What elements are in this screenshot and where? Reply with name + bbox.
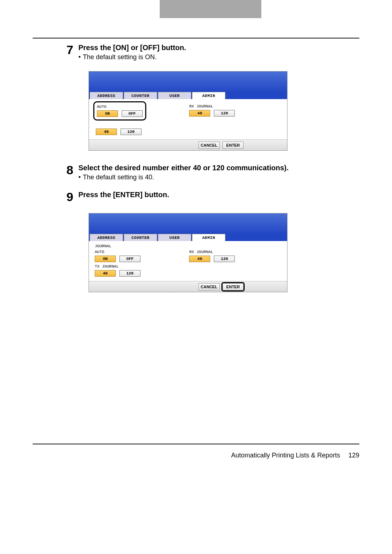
screenshot-1: ADDRESS COUNTER USER ADMIN AUTO ON OFF — [89, 71, 287, 151]
cancel-button[interactable]: CANCEL — [199, 142, 220, 149]
screen-tabs: ADDRESS COUNTER USER ADMIN — [89, 234, 287, 241]
page-tab-marker — [160, 0, 261, 18]
screen-footer: CANCEL ENTER — [89, 139, 287, 150]
step-note-text: The default setting is ON. — [83, 53, 156, 61]
tx-120-button[interactable]: 120 — [119, 270, 140, 277]
label-tx-journal: TX JOURNAL — [95, 264, 184, 269]
tab-address[interactable]: ADDRESS — [90, 234, 123, 241]
tab-user[interactable]: USER — [158, 234, 191, 241]
screenshot-2: ADDRESS COUNTER USER ADMIN JOURNAL AUTO … — [89, 213, 287, 292]
on-button[interactable]: ON — [95, 256, 116, 262]
tab-counter[interactable]: COUNTER — [124, 234, 157, 241]
label-auto: AUTO — [97, 105, 143, 109]
rx-120-button[interactable]: 120 — [214, 256, 235, 262]
step-number: 8 — [62, 164, 73, 176]
tab-admin[interactable]: ADMIN — [192, 234, 225, 241]
step-note-text: The default setting is 40. — [83, 174, 154, 181]
footer-page-number: 129 — [348, 452, 359, 459]
tab-counter[interactable]: COUNTER — [124, 92, 157, 99]
label-rx-journal: RX JOURNAL — [189, 250, 235, 254]
footer-title: Automatically Printing Lists & Reports — [231, 452, 340, 459]
step-9: 9 Press the [ENTER] button. — [62, 191, 359, 203]
tx-120-button[interactable]: 120 — [121, 129, 142, 135]
tx-40-button[interactable]: 40 — [95, 270, 116, 277]
step-7: 7 Press the [ON] or [OFF] button. •The d… — [62, 44, 359, 61]
screen-footer: CANCEL ENTER — [89, 281, 287, 292]
step-title: Select the desired number either 40 or 1… — [78, 164, 359, 172]
off-button[interactable]: OFF — [119, 256, 140, 262]
enter-button[interactable]: ENTER — [222, 142, 244, 149]
step-note: •The default setting is 40. — [78, 174, 359, 181]
tab-user[interactable]: USER — [158, 92, 191, 99]
tab-address[interactable]: ADDRESS — [90, 92, 123, 99]
screen-tabs: ADDRESS COUNTER USER ADMIN — [89, 92, 287, 99]
page-footer: Automatically Printing Lists & Reports 1… — [33, 452, 359, 459]
cancel-button[interactable]: CANCEL — [199, 283, 220, 290]
rx-120-button[interactable]: 120 — [214, 110, 235, 117]
bottom-rule — [33, 444, 359, 444]
label-journal: JOURNAL — [95, 244, 184, 248]
enter-button-highlighted[interactable]: ENTER — [222, 283, 244, 290]
tab-admin[interactable]: ADMIN — [192, 92, 225, 99]
rx-40-button[interactable]: 40 — [189, 256, 210, 262]
rx-40-button[interactable]: 40 — [189, 110, 210, 117]
on-off-highlight: AUTO ON OFF — [93, 101, 146, 121]
content-area: 7 Press the [ON] or [OFF] button. •The d… — [62, 44, 359, 305]
step-8: 8 Select the desired number either 40 or… — [62, 164, 359, 181]
off-button[interactable]: OFF — [122, 110, 143, 117]
screen-header — [89, 72, 287, 92]
label-rx-journal: RX JOURNAL — [189, 104, 235, 109]
step-number: 9 — [62, 191, 73, 203]
on-button[interactable]: ON — [97, 110, 118, 117]
top-rule — [33, 38, 359, 38]
step-number: 7 — [62, 44, 73, 56]
label-auto: AUTO — [95, 250, 184, 254]
screen-header — [89, 213, 287, 234]
step-title: Press the [ON] or [OFF] button. — [78, 44, 359, 52]
step-note: •The default setting is ON. — [78, 53, 359, 61]
step-title: Press the [ENTER] button. — [78, 191, 359, 199]
tx-40-button[interactable]: 40 — [96, 129, 117, 135]
